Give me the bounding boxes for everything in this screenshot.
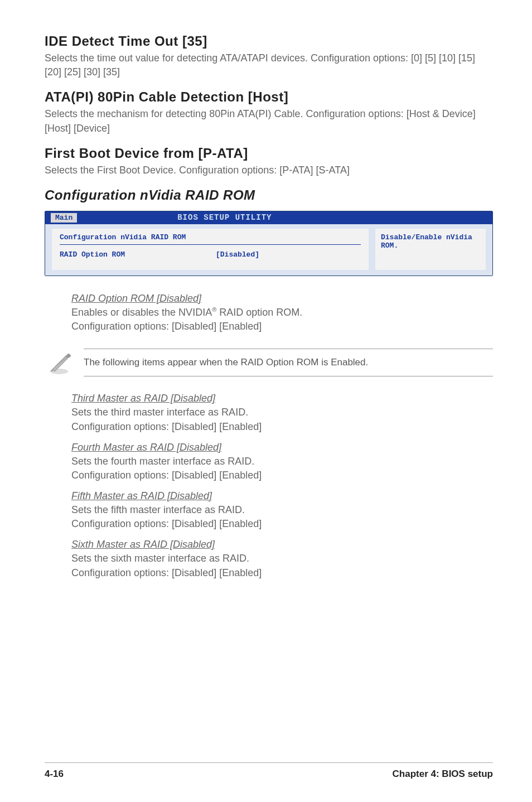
master-raid-group: Fourth Master as RAID [Disabled]Sets the… [71,442,493,482]
master-raid-line1: Sets the fifth master interface as RAID. [71,504,245,515]
note-row: The following items appear when the RAID… [45,347,493,378]
master-raid-line1: Sets the third master interface as RAID. [71,407,248,418]
bios-option-value: [Disabled] [216,250,259,259]
note-text: The following items appear when the RAID… [84,349,493,376]
raid-option-heading: RAID Option ROM [Disabled] [71,293,493,305]
master-raid-heading: Third Master as RAID [Disabled] [71,393,493,404]
raid-option-desc: Enables or disables the NVIDIA® RAID opt… [71,306,493,334]
master-raid-group: Fifth Master as RAID [Disabled]Sets the … [71,490,493,531]
master-raid-group: Sixth Master as RAID [Disabled]Sets the … [71,539,493,579]
bios-title: BIOS SETUP UTILITY [177,213,272,222]
raid-option-line1-pre: Enables or disables the NVIDIA [71,307,212,318]
page-footer: 4-16 Chapter 4: BIOS setup [45,762,493,780]
master-raid-line2: Configuration options: [Disabled] [Enabl… [71,470,262,481]
master-raid-line1: Sets the sixth master interface as RAID. [71,553,249,564]
raid-option-block: RAID Option ROM [Disabled] Enables or di… [71,293,493,334]
bios-tab-main: Main [51,213,77,223]
master-raid-desc: Sets the sixth master interface as RAID.… [71,552,493,579]
raid-option-line2: Configuration options: [Disabled] [Enabl… [71,321,262,332]
bios-titlebar: Main BIOS SETUP UTILITY [45,211,492,224]
master-raid-desc: Sets the fourth master interface as RAID… [71,455,493,482]
ide-detect-heading: IDE Detect Time Out [35] [45,33,493,49]
master-raid-line2: Configuration options: [Disabled] [Enabl… [71,518,262,529]
master-raid-heading: Fifth Master as RAID [Disabled] [71,490,493,502]
pencil-icon [45,347,74,378]
nvraid-heading: Configuration nVidia RAID ROM [45,187,493,203]
chapter-label: Chapter 4: BIOS setup [393,769,493,780]
firstboot-desc: Selects the First Boot Device. Configura… [45,163,493,177]
master-raid-line2: Configuration options: [Disabled] [Enabl… [71,421,262,432]
ide-detect-desc: Selects the time out value for detecting… [45,51,493,79]
ata-desc: Selects the mechanism for detecting 80Pi… [45,107,493,135]
bios-help-panel: Disable/Enable nVidia ROM. [375,224,492,276]
master-raid-group: Third Master as RAID [Disabled]Sets the … [71,393,493,433]
bios-screenshot: Main BIOS SETUP UTILITY Configuration nV… [45,211,493,276]
ata-heading: ATA(PI) 80Pin Cable Detection [Host] [45,89,493,105]
bios-left-panel: Configuration nVidia RAID ROM RAID Optio… [45,224,375,276]
master-raid-heading: Fourth Master as RAID [Disabled] [71,442,493,453]
master-raid-heading: Sixth Master as RAID [Disabled] [71,539,493,550]
master-raid-line2: Configuration options: [Disabled] [Enabl… [71,567,262,578]
firstboot-heading: First Boot Device from [P-ATA] [45,146,493,161]
page-number: 4-16 [45,769,64,780]
bios-config-line: Configuration nVidia RAID ROM [60,233,361,245]
master-raid-desc: Sets the fifth master interface as RAID.… [71,503,493,531]
bios-option-label: RAID Option ROM [60,250,216,259]
raid-option-line1-post: RAID option ROM. [216,307,302,318]
bios-option-row: RAID Option ROM [Disabled] [60,250,361,259]
master-raid-desc: Sets the third master interface as RAID.… [71,405,493,433]
master-raid-line1: Sets the fourth master interface as RAID… [71,456,254,467]
